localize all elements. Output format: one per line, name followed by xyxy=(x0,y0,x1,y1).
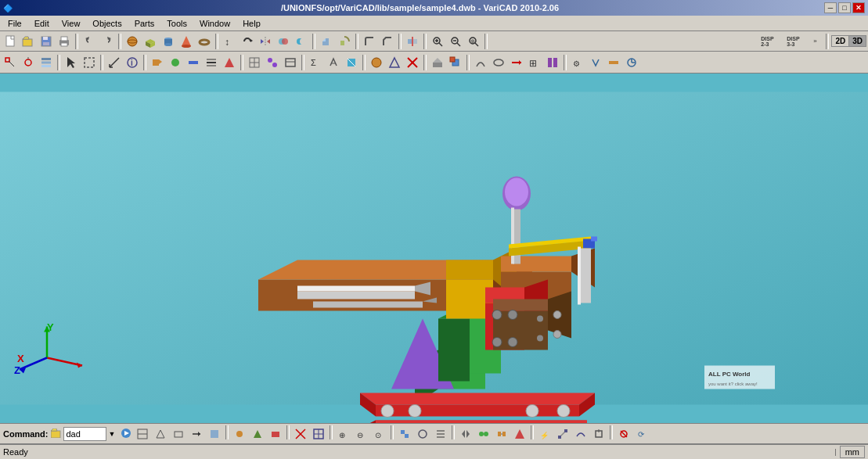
cmd-tb19[interactable] xyxy=(493,425,510,443)
new-button[interactable] xyxy=(2,33,19,50)
cmd-action-icon[interactable] xyxy=(120,427,132,441)
tb2-btn2[interactable] xyxy=(167,54,184,71)
open-button[interactable] xyxy=(20,33,37,50)
disp-button-2[interactable]: DISP3-3 xyxy=(780,33,805,50)
menu-window[interactable]: Window xyxy=(193,16,236,30)
cmd-tb3[interactable] xyxy=(170,425,187,443)
mirror-button[interactable] xyxy=(257,33,274,50)
tb2-btn21[interactable] xyxy=(544,54,561,71)
snap1-button[interactable] xyxy=(2,54,19,71)
disp-button-1[interactable]: DISP2-3 xyxy=(755,33,780,50)
tb2-btn3[interactable] xyxy=(185,54,202,71)
menu-help[interactable]: Help xyxy=(236,16,267,30)
tb2-btn22[interactable]: ⚙ xyxy=(569,54,586,71)
tb2-btn13[interactable] xyxy=(386,54,403,71)
maximize-button[interactable]: □ xyxy=(838,2,851,13)
menu-edit[interactable]: Edit xyxy=(28,16,56,30)
cmd-tb22[interactable] xyxy=(554,425,571,443)
tb2-btn11[interactable] xyxy=(343,54,360,71)
command-input[interactable] xyxy=(63,427,106,441)
zoom-all-button[interactable]: ⊕ xyxy=(465,33,482,50)
tb2-btn8[interactable] xyxy=(282,54,299,71)
snap2-button[interactable] xyxy=(20,54,37,71)
tb2-btn25[interactable] xyxy=(623,54,640,71)
cmd-tb2[interactable] xyxy=(152,425,169,443)
menu-objects[interactable]: Objects xyxy=(86,16,128,30)
cmd-tb13[interactable]: ⊙ xyxy=(371,425,388,443)
cmd-tb26[interactable]: ⟳ xyxy=(633,425,650,443)
boolean-union-button[interactable] xyxy=(275,33,292,50)
cmd-tb21[interactable]: ⚡ xyxy=(536,425,553,443)
more-tools-button[interactable]: » xyxy=(806,33,823,50)
chamfer-button[interactable] xyxy=(379,33,396,50)
cmd-tb17[interactable] xyxy=(457,425,474,443)
cmd-tb9[interactable] xyxy=(292,425,309,443)
tb2-btn10[interactable] xyxy=(325,54,342,71)
zoom-in-button[interactable] xyxy=(429,33,446,50)
menu-file[interactable]: File xyxy=(2,16,28,30)
revolve-button[interactable] xyxy=(336,33,353,50)
tb2-btn6[interactable] xyxy=(246,54,263,71)
menu-view[interactable]: View xyxy=(56,16,87,30)
zoom-out-button[interactable] xyxy=(447,33,464,50)
undo-button[interactable] xyxy=(81,33,98,50)
info-button[interactable]: i xyxy=(124,54,141,71)
section-button[interactable] xyxy=(404,33,421,50)
deselect-button[interactable] xyxy=(81,54,98,71)
fillet-button[interactable] xyxy=(361,33,378,50)
measure-button[interactable] xyxy=(106,54,123,71)
toggle-2d-button[interactable]: 2D xyxy=(832,36,848,46)
cmd-tb1[interactable] xyxy=(134,425,151,443)
tb2-btn20[interactable]: ⊞ xyxy=(526,54,543,71)
cmd-tb20[interactable] xyxy=(511,425,528,443)
cmd-tb16[interactable] xyxy=(432,425,449,443)
cmd-tb23[interactable] xyxy=(572,425,589,443)
tb2-btn18[interactable] xyxy=(490,54,507,71)
move-button[interactable]: ↕ xyxy=(221,33,238,50)
menu-parts[interactable]: Parts xyxy=(128,16,161,30)
tb2-btn24[interactable] xyxy=(605,54,622,71)
cmd-tb11[interactable]: ⊕ xyxy=(335,425,352,443)
save-button[interactable] xyxy=(38,33,55,50)
tb2-btn7[interactable] xyxy=(264,54,281,71)
sphere-button[interactable] xyxy=(124,33,141,50)
cmd-tb5[interactable] xyxy=(206,425,223,443)
rotate-button[interactable] xyxy=(239,33,256,50)
print-button[interactable] xyxy=(56,33,73,50)
tb2-btn15[interactable] xyxy=(429,54,446,71)
toggle-3d-button[interactable]: 3D xyxy=(848,36,866,46)
cmd-tb4[interactable] xyxy=(188,425,205,443)
layer-button[interactable] xyxy=(38,54,55,71)
tb2-btn17[interactable] xyxy=(472,54,489,71)
select-button[interactable] xyxy=(63,54,80,71)
tb2-btn19[interactable] xyxy=(508,54,525,71)
cmd-tb6[interactable] xyxy=(231,425,248,443)
tb2-btn16[interactable] xyxy=(447,54,464,71)
cmd-tb14[interactable] xyxy=(396,425,413,443)
tb2-btn23[interactable] xyxy=(587,54,604,71)
box-button[interactable] xyxy=(142,33,159,50)
cmd-tb7[interactable] xyxy=(249,425,266,443)
tb2-btn14[interactable] xyxy=(404,54,421,71)
cmd-tb25[interactable] xyxy=(615,425,632,443)
cmd-tb10[interactable] xyxy=(310,425,327,443)
cmd-tb24[interactable] xyxy=(590,425,607,443)
viewport[interactable]: X Y Z ALL PC World you want it? click aw… xyxy=(0,74,868,423)
tb2-btn12[interactable] xyxy=(368,54,385,71)
cmd-tb12[interactable]: ⊖ xyxy=(353,425,370,443)
cylinder-button[interactable] xyxy=(160,33,177,50)
tb2-btn4[interactable] xyxy=(203,54,220,71)
cmd-tb15[interactable] xyxy=(414,425,431,443)
cmd-tb18[interactable] xyxy=(475,425,492,443)
tb2-btn1[interactable] xyxy=(149,54,166,71)
boolean-diff-button[interactable] xyxy=(293,33,310,50)
tb2-btn5[interactable] xyxy=(221,54,238,71)
tb2-btn9[interactable]: Σ xyxy=(307,54,324,71)
cone-button[interactable] xyxy=(178,33,195,50)
redo-button[interactable] xyxy=(99,33,116,50)
torus-button[interactable] xyxy=(196,33,213,50)
minimize-button[interactable]: ─ xyxy=(824,2,837,13)
extrude-button[interactable] xyxy=(318,33,335,50)
cmd-tb8[interactable] xyxy=(267,425,284,443)
cmd-dropdown-icon[interactable]: ▼ xyxy=(108,430,115,438)
